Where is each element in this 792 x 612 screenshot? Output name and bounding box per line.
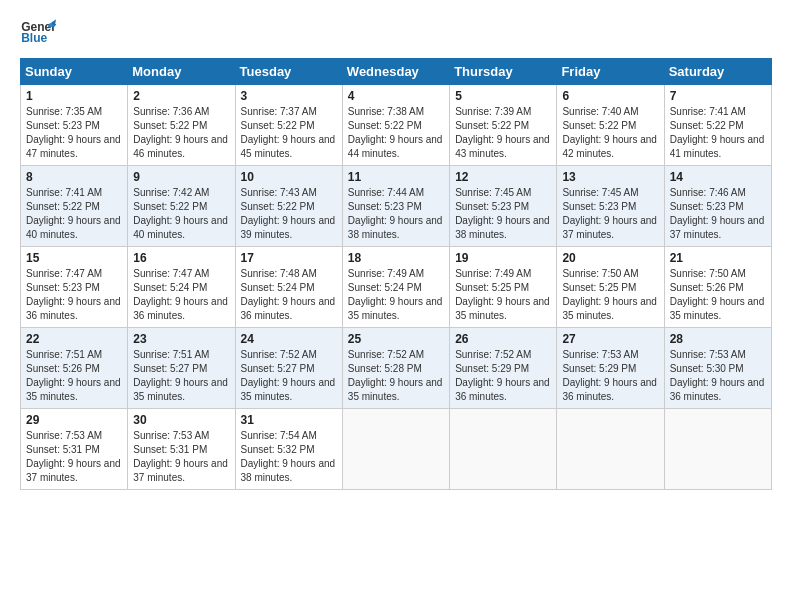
day-info: Sunrise: 7:50 AM Sunset: 5:25 PM Dayligh… (562, 267, 658, 323)
day-number: 1 (26, 89, 122, 103)
day-number: 11 (348, 170, 444, 184)
calendar-week-row: 1Sunrise: 7:35 AM Sunset: 5:23 PM Daylig… (21, 85, 772, 166)
calendar-cell: 22Sunrise: 7:51 AM Sunset: 5:26 PM Dayli… (21, 328, 128, 409)
calendar-cell: 13Sunrise: 7:45 AM Sunset: 5:23 PM Dayli… (557, 166, 664, 247)
day-number: 22 (26, 332, 122, 346)
calendar-cell: 18Sunrise: 7:49 AM Sunset: 5:24 PM Dayli… (342, 247, 449, 328)
day-number: 2 (133, 89, 229, 103)
col-header-monday: Monday (128, 59, 235, 85)
day-info: Sunrise: 7:49 AM Sunset: 5:24 PM Dayligh… (348, 267, 444, 323)
day-number: 3 (241, 89, 337, 103)
day-info: Sunrise: 7:50 AM Sunset: 5:26 PM Dayligh… (670, 267, 766, 323)
day-number: 17 (241, 251, 337, 265)
calendar-week-row: 22Sunrise: 7:51 AM Sunset: 5:26 PM Dayli… (21, 328, 772, 409)
day-info: Sunrise: 7:48 AM Sunset: 5:24 PM Dayligh… (241, 267, 337, 323)
day-info: Sunrise: 7:47 AM Sunset: 5:23 PM Dayligh… (26, 267, 122, 323)
calendar-cell: 3Sunrise: 7:37 AM Sunset: 5:22 PM Daylig… (235, 85, 342, 166)
day-info: Sunrise: 7:53 AM Sunset: 5:30 PM Dayligh… (670, 348, 766, 404)
day-info: Sunrise: 7:37 AM Sunset: 5:22 PM Dayligh… (241, 105, 337, 161)
day-number: 12 (455, 170, 551, 184)
day-number: 31 (241, 413, 337, 427)
day-number: 15 (26, 251, 122, 265)
calendar-header-row: SundayMondayTuesdayWednesdayThursdayFrid… (21, 59, 772, 85)
day-number: 27 (562, 332, 658, 346)
day-number: 16 (133, 251, 229, 265)
calendar-cell: 21Sunrise: 7:50 AM Sunset: 5:26 PM Dayli… (664, 247, 771, 328)
calendar-cell (557, 409, 664, 490)
day-info: Sunrise: 7:52 AM Sunset: 5:29 PM Dayligh… (455, 348, 551, 404)
calendar-cell: 4Sunrise: 7:38 AM Sunset: 5:22 PM Daylig… (342, 85, 449, 166)
day-info: Sunrise: 7:52 AM Sunset: 5:27 PM Dayligh… (241, 348, 337, 404)
calendar-cell: 27Sunrise: 7:53 AM Sunset: 5:29 PM Dayli… (557, 328, 664, 409)
calendar-cell: 25Sunrise: 7:52 AM Sunset: 5:28 PM Dayli… (342, 328, 449, 409)
calendar-cell: 8Sunrise: 7:41 AM Sunset: 5:22 PM Daylig… (21, 166, 128, 247)
calendar-cell: 14Sunrise: 7:46 AM Sunset: 5:23 PM Dayli… (664, 166, 771, 247)
day-info: Sunrise: 7:40 AM Sunset: 5:22 PM Dayligh… (562, 105, 658, 161)
col-header-tuesday: Tuesday (235, 59, 342, 85)
calendar-table: SundayMondayTuesdayWednesdayThursdayFrid… (20, 58, 772, 490)
calendar-cell: 20Sunrise: 7:50 AM Sunset: 5:25 PM Dayli… (557, 247, 664, 328)
calendar-week-row: 15Sunrise: 7:47 AM Sunset: 5:23 PM Dayli… (21, 247, 772, 328)
day-info: Sunrise: 7:51 AM Sunset: 5:26 PM Dayligh… (26, 348, 122, 404)
day-info: Sunrise: 7:35 AM Sunset: 5:23 PM Dayligh… (26, 105, 122, 161)
day-info: Sunrise: 7:53 AM Sunset: 5:29 PM Dayligh… (562, 348, 658, 404)
day-number: 6 (562, 89, 658, 103)
day-number: 4 (348, 89, 444, 103)
logo-icon: General Blue (20, 18, 56, 48)
day-info: Sunrise: 7:52 AM Sunset: 5:28 PM Dayligh… (348, 348, 444, 404)
day-info: Sunrise: 7:36 AM Sunset: 5:22 PM Dayligh… (133, 105, 229, 161)
day-number: 10 (241, 170, 337, 184)
calendar-cell: 31Sunrise: 7:54 AM Sunset: 5:32 PM Dayli… (235, 409, 342, 490)
day-info: Sunrise: 7:43 AM Sunset: 5:22 PM Dayligh… (241, 186, 337, 242)
calendar-cell: 30Sunrise: 7:53 AM Sunset: 5:31 PM Dayli… (128, 409, 235, 490)
calendar-cell: 28Sunrise: 7:53 AM Sunset: 5:30 PM Dayli… (664, 328, 771, 409)
day-number: 14 (670, 170, 766, 184)
col-header-wednesday: Wednesday (342, 59, 449, 85)
day-number: 21 (670, 251, 766, 265)
calendar-cell: 7Sunrise: 7:41 AM Sunset: 5:22 PM Daylig… (664, 85, 771, 166)
day-number: 30 (133, 413, 229, 427)
page: General Blue SundayMondayTuesdayWednesda… (0, 0, 792, 500)
calendar-week-row: 29Sunrise: 7:53 AM Sunset: 5:31 PM Dayli… (21, 409, 772, 490)
calendar-cell: 1Sunrise: 7:35 AM Sunset: 5:23 PM Daylig… (21, 85, 128, 166)
logo: General Blue (20, 18, 56, 48)
calendar-cell (450, 409, 557, 490)
calendar-cell: 29Sunrise: 7:53 AM Sunset: 5:31 PM Dayli… (21, 409, 128, 490)
header: General Blue (20, 18, 772, 48)
col-header-friday: Friday (557, 59, 664, 85)
day-info: Sunrise: 7:38 AM Sunset: 5:22 PM Dayligh… (348, 105, 444, 161)
calendar-cell: 24Sunrise: 7:52 AM Sunset: 5:27 PM Dayli… (235, 328, 342, 409)
calendar-cell: 16Sunrise: 7:47 AM Sunset: 5:24 PM Dayli… (128, 247, 235, 328)
day-number: 9 (133, 170, 229, 184)
day-info: Sunrise: 7:53 AM Sunset: 5:31 PM Dayligh… (133, 429, 229, 485)
calendar-cell: 11Sunrise: 7:44 AM Sunset: 5:23 PM Dayli… (342, 166, 449, 247)
day-info: Sunrise: 7:45 AM Sunset: 5:23 PM Dayligh… (562, 186, 658, 242)
day-number: 13 (562, 170, 658, 184)
calendar-cell: 10Sunrise: 7:43 AM Sunset: 5:22 PM Dayli… (235, 166, 342, 247)
day-number: 7 (670, 89, 766, 103)
day-number: 23 (133, 332, 229, 346)
day-info: Sunrise: 7:54 AM Sunset: 5:32 PM Dayligh… (241, 429, 337, 485)
calendar-cell: 12Sunrise: 7:45 AM Sunset: 5:23 PM Dayli… (450, 166, 557, 247)
calendar-cell: 15Sunrise: 7:47 AM Sunset: 5:23 PM Dayli… (21, 247, 128, 328)
day-info: Sunrise: 7:53 AM Sunset: 5:31 PM Dayligh… (26, 429, 122, 485)
day-info: Sunrise: 7:45 AM Sunset: 5:23 PM Dayligh… (455, 186, 551, 242)
day-info: Sunrise: 7:44 AM Sunset: 5:23 PM Dayligh… (348, 186, 444, 242)
calendar-cell: 2Sunrise: 7:36 AM Sunset: 5:22 PM Daylig… (128, 85, 235, 166)
day-number: 18 (348, 251, 444, 265)
day-number: 24 (241, 332, 337, 346)
calendar-cell: 6Sunrise: 7:40 AM Sunset: 5:22 PM Daylig… (557, 85, 664, 166)
day-info: Sunrise: 7:47 AM Sunset: 5:24 PM Dayligh… (133, 267, 229, 323)
calendar-week-row: 8Sunrise: 7:41 AM Sunset: 5:22 PM Daylig… (21, 166, 772, 247)
day-info: Sunrise: 7:46 AM Sunset: 5:23 PM Dayligh… (670, 186, 766, 242)
calendar-cell: 5Sunrise: 7:39 AM Sunset: 5:22 PM Daylig… (450, 85, 557, 166)
calendar-cell (342, 409, 449, 490)
day-number: 28 (670, 332, 766, 346)
calendar-cell (664, 409, 771, 490)
day-number: 5 (455, 89, 551, 103)
day-info: Sunrise: 7:41 AM Sunset: 5:22 PM Dayligh… (26, 186, 122, 242)
day-info: Sunrise: 7:39 AM Sunset: 5:22 PM Dayligh… (455, 105, 551, 161)
day-number: 26 (455, 332, 551, 346)
day-number: 25 (348, 332, 444, 346)
calendar-cell: 9Sunrise: 7:42 AM Sunset: 5:22 PM Daylig… (128, 166, 235, 247)
